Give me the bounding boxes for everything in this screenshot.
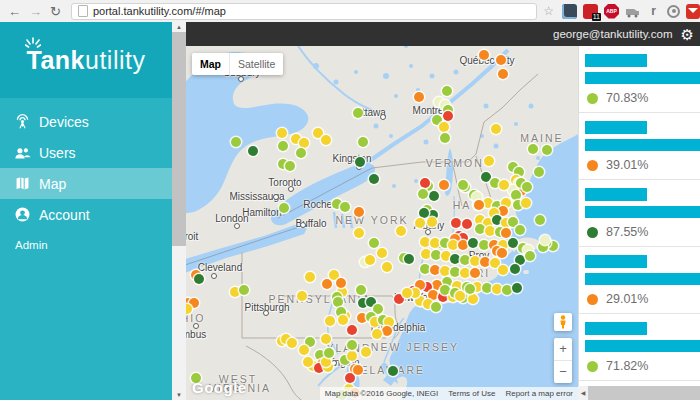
zoom-in-button[interactable]: + <box>554 338 572 361</box>
mail-extension-icon[interactable] <box>686 4 700 19</box>
map-marker[interactable] <box>361 347 371 357</box>
map-marker[interactable] <box>496 55 506 65</box>
map-marker[interactable] <box>324 348 334 358</box>
map-marker[interactable] <box>321 357 331 367</box>
browser-reload-button[interactable]: ↻ <box>50 5 61 18</box>
sidebar-item-account[interactable]: Account <box>0 199 172 230</box>
map-marker[interactable] <box>468 294 478 304</box>
map-marker[interactable] <box>480 257 490 267</box>
map-marker[interactable] <box>287 338 297 348</box>
map-marker[interactable] <box>419 208 429 218</box>
map-marker[interactable] <box>322 279 332 289</box>
map-marker[interactable] <box>239 285 249 295</box>
map-marker[interactable] <box>354 228 364 238</box>
map-marker[interactable] <box>285 161 295 171</box>
map-marker[interactable] <box>427 217 437 227</box>
pegman-streetview-button[interactable] <box>554 313 572 331</box>
map-type-map-button[interactable]: Map <box>192 53 229 75</box>
browser-back-button[interactable]: ← <box>8 5 21 18</box>
map-marker[interactable] <box>277 128 287 138</box>
letter-r-extension-icon[interactable]: r <box>646 4 661 19</box>
map-canvas[interactable]: SudburyOttawaKingstonTorontoMississaugaH… <box>186 46 578 400</box>
map-marker[interactable] <box>340 202 350 212</box>
map-marker[interactable] <box>498 69 508 79</box>
map-marker[interactable] <box>510 264 520 274</box>
zoom-out-button[interactable]: − <box>554 361 572 383</box>
device-list-item[interactable]: 70.83% <box>579 46 700 113</box>
map-marker[interactable] <box>347 325 357 335</box>
map-marker[interactable] <box>465 284 475 294</box>
map-marker[interactable] <box>485 226 495 236</box>
map-marker[interactable] <box>451 218 461 228</box>
map-marker[interactable] <box>440 285 450 295</box>
map-marker[interactable] <box>492 284 502 294</box>
horizontal-scrollbar-thumb[interactable] <box>588 386 700 400</box>
map-marker[interactable] <box>194 274 204 284</box>
map-marker[interactable] <box>460 255 470 265</box>
map-marker[interactable] <box>431 302 441 312</box>
map-marker[interactable] <box>369 238 379 248</box>
sidebar-item-map[interactable]: Map <box>0 168 172 199</box>
report-map-error-link[interactable]: Report a map error <box>505 389 573 398</box>
map-marker[interactable] <box>353 365 363 375</box>
google-logo[interactable]: Google <box>192 379 247 396</box>
map-marker[interactable] <box>415 218 425 228</box>
map-marker[interactable] <box>440 133 450 143</box>
map-marker[interactable] <box>439 180 449 190</box>
map-marker[interactable] <box>497 248 507 258</box>
map-marker[interactable] <box>470 256 480 266</box>
horizontal-scrollbar[interactable]: ◀ <box>578 386 700 400</box>
map-marker[interactable] <box>299 345 309 355</box>
map-marker[interactable] <box>420 178 430 188</box>
map-marker[interactable] <box>248 146 258 156</box>
map-marker[interactable] <box>521 198 531 208</box>
map-marker[interactable] <box>388 366 398 376</box>
scroll-left-arrow[interactable]: ◀ <box>578 386 588 400</box>
map-marker[interactable] <box>297 291 307 301</box>
scroll-down-arrow[interactable]: ▼ <box>172 390 186 400</box>
map-marker[interactable] <box>418 189 428 199</box>
map-marker[interactable] <box>303 357 313 367</box>
settings-gear-icon[interactable]: ⚙ <box>681 27 694 42</box>
adblock-icon[interactable]: ABP <box>604 4 619 19</box>
device-list-item[interactable]: 71.82% <box>579 314 700 381</box>
map-marker[interactable] <box>542 145 552 155</box>
vertical-scrollbar[interactable]: ▲ ▼ <box>172 22 186 400</box>
bookmark-star-icon[interactable]: ☆ <box>543 4 554 18</box>
map-marker[interactable] <box>498 265 508 275</box>
map-marker[interactable] <box>450 267 460 277</box>
map-marker[interactable] <box>421 249 431 259</box>
map-marker[interactable] <box>470 268 480 278</box>
map-marker[interactable] <box>382 326 392 336</box>
map-marker[interactable] <box>333 297 343 307</box>
map-marker[interactable] <box>279 203 289 213</box>
map-marker[interactable] <box>369 174 379 184</box>
map-marker[interactable] <box>325 316 335 326</box>
map-marker[interactable] <box>429 191 439 201</box>
map-marker[interactable] <box>462 219 472 229</box>
device-list-item[interactable]: 29.01% <box>579 247 700 314</box>
map-marker[interactable] <box>479 240 489 250</box>
sidebar-item-users[interactable]: Users <box>0 137 172 168</box>
map-marker[interactable] <box>528 144 538 154</box>
map-marker[interactable] <box>299 138 309 148</box>
map-marker[interactable] <box>525 251 535 261</box>
map-marker[interactable] <box>296 148 306 158</box>
map-marker[interactable] <box>354 207 364 217</box>
map-marker[interactable] <box>345 373 355 383</box>
terms-of-use-link[interactable]: Terms of Use <box>448 389 495 398</box>
map-marker[interactable] <box>347 351 357 361</box>
device-list-item[interactable]: 87.55% <box>579 180 700 247</box>
map-marker[interactable] <box>420 237 430 247</box>
map-marker[interactable] <box>336 278 346 288</box>
map-marker[interactable] <box>353 108 363 118</box>
map-marker[interactable] <box>482 283 492 293</box>
map-marker[interactable] <box>515 225 525 235</box>
map-marker[interactable] <box>458 180 468 190</box>
map-marker[interactable] <box>377 248 387 258</box>
map-marker[interactable] <box>321 135 331 145</box>
map-marker[interactable] <box>347 340 357 350</box>
map-marker[interactable] <box>430 238 440 248</box>
map-marker[interactable] <box>522 182 532 192</box>
sidebar-item-devices[interactable]: Devices <box>0 106 172 137</box>
